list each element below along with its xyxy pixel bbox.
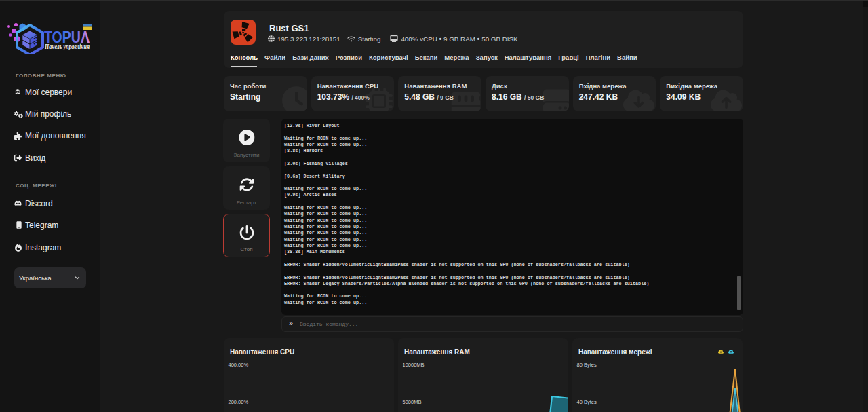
svg-text:Панель управління: Панель управління <box>44 42 90 50</box>
